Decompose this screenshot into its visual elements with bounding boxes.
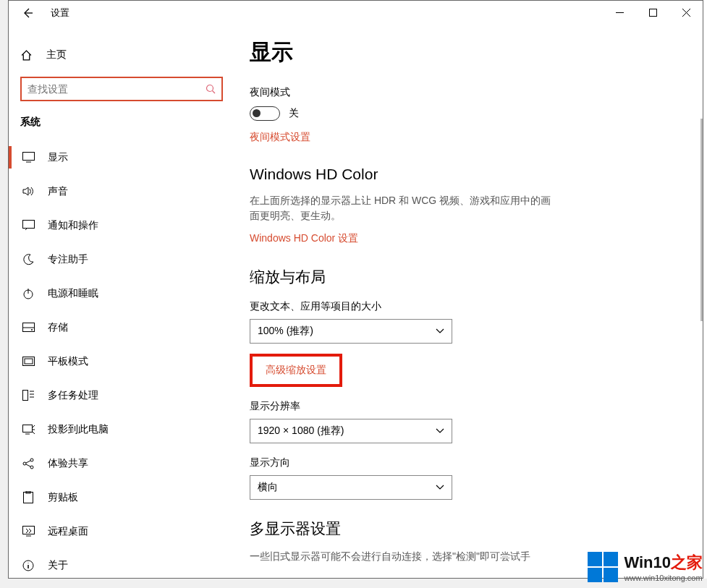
scrollbar-thumb[interactable] [700,119,703,321]
svg-rect-9 [22,391,27,401]
page-title: 显示 [250,38,681,67]
close-icon [682,9,690,17]
sidebar-item-remote-desktop[interactable]: 远程桌面 [9,514,228,548]
sidebar-item-label: 通知和操作 [36,219,98,232]
night-mode-label: 夜间模式 [250,86,681,99]
maximize-button[interactable] [636,1,669,25]
sidebar-item-label: 存储 [36,321,68,334]
sidebar-item-label: 多任务处理 [36,389,98,402]
svg-rect-0 [649,9,656,17]
window-title: 设置 [41,7,69,20]
sidebar-item-tablet-mode[interactable]: 平板模式 [9,344,228,378]
resolution-dropdown-value: 1920 × 1080 (推荐) [258,425,344,438]
svg-rect-10 [22,425,32,432]
remote-desktop-icon [20,526,36,537]
svg-point-11 [23,462,26,465]
minimize-icon [616,9,624,17]
sidebar-item-label: 显示 [36,151,68,164]
resolution-dropdown[interactable]: 1920 × 1080 (推荐) [250,419,452,443]
sidebar: 主页 系统 显示 声音 [9,25,228,578]
sidebar-item-label: 剪贴板 [36,491,78,504]
titlebar: 设置 [9,1,703,25]
content-scrollbar[interactable] [698,25,703,578]
info-icon [20,560,36,571]
home-icon [20,49,36,61]
sidebar-item-about[interactable]: 关于 [9,548,228,578]
sidebar-item-label: 平板模式 [36,355,88,368]
sidebar-item-clipboard[interactable]: 剪贴板 [9,480,228,514]
sidebar-item-label: 电源和睡眠 [36,287,98,300]
watermark-brand: Win10之家 [624,552,703,574]
timeline-icon [20,390,36,401]
sidebar-item-label: 体验共享 [36,457,88,470]
share-icon [20,458,36,469]
hd-color-settings-link[interactable]: Windows HD Color 设置 [250,232,681,245]
watermark: Win10之家 www.win10xitong.com [588,552,703,582]
sidebar-item-multitasking[interactable]: 多任务处理 [9,378,228,412]
sidebar-item-label: 声音 [36,185,68,198]
multi-display-description: 一些旧式显示器可能不会进行自动连接，选择"检测"即可尝试手 [250,549,561,564]
svg-rect-2 [22,153,34,161]
chevron-down-icon [436,485,444,490]
home-button[interactable]: 主页 [9,41,228,69]
content-pane: 显示 夜间模式 关 夜间模式设置 Windows HD Color 在上面所选择… [228,25,703,578]
chevron-down-icon [436,428,444,434]
home-label: 主页 [36,48,67,61]
scale-dropdown-value: 100% (推荐) [258,325,313,338]
svg-point-1 [207,85,213,92]
maximize-icon [649,9,657,17]
sidebar-item-shared-experiences[interactable]: 体验共享 [9,446,228,480]
scale-dropdown[interactable]: 100% (推荐) [250,319,452,344]
multi-display-heading: 多显示器设置 [250,519,681,539]
svg-rect-14 [24,493,33,503]
chevron-down-icon [436,328,444,334]
sidebar-group-title: 系统 [9,116,228,136]
sidebar-item-storage[interactable]: 存储 [9,310,228,344]
search-field[interactable] [27,83,206,95]
svg-rect-3 [22,221,34,229]
drive-icon [20,323,36,332]
watermark-url: www.win10xitong.com [624,574,703,582]
settings-window: 设置 主页 系统 [8,0,703,579]
svg-point-6 [31,329,33,331]
hd-color-heading: Windows HD Color [250,166,681,183]
moon-icon [20,254,36,265]
speaker-icon [20,186,36,197]
sidebar-item-projecting[interactable]: 投影到此电脑 [9,412,228,446]
search-icon [206,84,216,94]
project-icon [20,425,36,435]
sidebar-item-label: 关于 [36,559,68,572]
arrow-left-icon [22,7,33,19]
resolution-label: 显示分辨率 [250,400,681,413]
sidebar-item-label: 投影到此电脑 [36,423,109,436]
night-mode-settings-link[interactable]: 夜间模式设置 [250,131,681,144]
hd-color-description: 在上面所选择的显示器上让 HDR 和 WCG 视频、游戏和应用中的画面更明亮、更… [250,193,561,223]
night-mode-toggle[interactable] [250,106,280,121]
scale-change-label: 更改文本、应用等项目的大小 [250,300,681,313]
power-icon [20,288,36,299]
close-button[interactable] [669,1,703,25]
sidebar-item-sound[interactable]: 声音 [9,174,228,208]
orientation-label: 显示方向 [250,456,681,469]
svg-rect-8 [25,359,33,364]
back-button[interactable] [14,1,41,25]
svg-point-13 [30,466,33,469]
minimize-button[interactable] [603,1,636,25]
clipboard-icon [20,491,36,503]
message-icon [20,220,36,231]
sidebar-item-power-sleep[interactable]: 电源和睡眠 [9,276,228,310]
scale-layout-heading: 缩放与布局 [250,267,681,287]
orientation-dropdown[interactable]: 横向 [250,475,452,500]
night-mode-state: 关 [289,107,299,120]
sidebar-item-focus-assist[interactable]: 专注助手 [9,242,228,276]
sidebar-item-label: 远程桌面 [36,525,88,538]
orientation-dropdown-value: 横向 [258,481,278,494]
monitor-icon [20,152,36,163]
sidebar-item-notifications[interactable]: 通知和操作 [9,208,228,242]
sidebar-item-display[interactable]: 显示 [9,140,228,174]
tablet-icon [20,357,36,366]
svg-point-12 [30,459,33,461]
advanced-scaling-link[interactable]: 高级缩放设置 [266,364,326,377]
sidebar-item-label: 专注助手 [36,253,88,266]
search-input[interactable] [20,77,223,101]
